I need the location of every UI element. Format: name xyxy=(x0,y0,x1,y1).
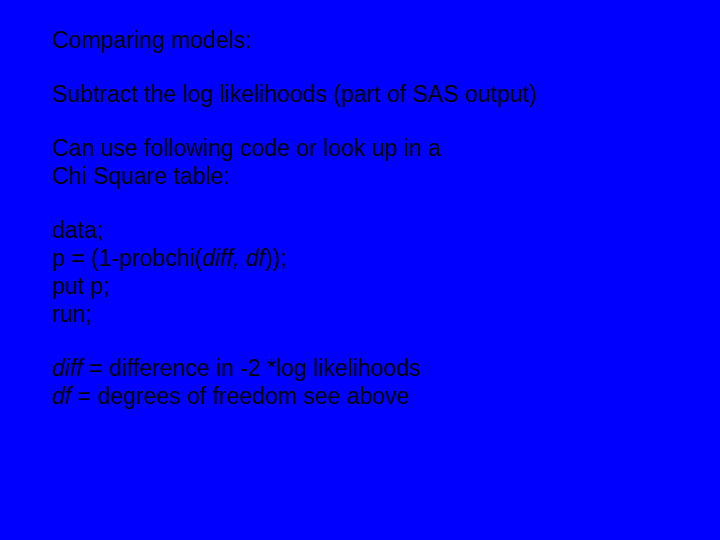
slide: Comparing models: Subtract the log likel… xyxy=(0,0,720,540)
code-p-pre: p = (1-probchi( xyxy=(52,245,202,271)
title-text: Comparing models: xyxy=(52,27,251,53)
def-diff-term: diff xyxy=(52,355,83,381)
chi-line-2: Chi Square table: xyxy=(52,163,230,189)
code-block: data; p = (1-probchi(diff, df)); put p; … xyxy=(52,216,680,328)
code-p-args: diff, df xyxy=(202,245,265,271)
code-data: data; xyxy=(52,217,103,243)
def-diff-rest: = difference in -2 *log likelihoods xyxy=(83,355,421,381)
def-df-term: df xyxy=(52,383,71,409)
code-put: put p; xyxy=(52,273,110,299)
code-p-post: )); xyxy=(265,245,287,271)
subtract-line: Subtract the log likelihoods (part of SA… xyxy=(52,80,680,108)
title-line: Comparing models: xyxy=(52,26,680,54)
chi-square-block: Can use following code or look up in a C… xyxy=(52,134,680,190)
subtract-text: Subtract the log likelihoods (part of SA… xyxy=(52,81,537,107)
chi-line-1: Can use following code or look up in a xyxy=(52,135,441,161)
code-run: run; xyxy=(52,301,92,327)
definitions-block: diff = difference in -2 *log likelihoods… xyxy=(52,354,680,410)
def-df-rest: = degrees of freedom see above xyxy=(71,383,409,409)
